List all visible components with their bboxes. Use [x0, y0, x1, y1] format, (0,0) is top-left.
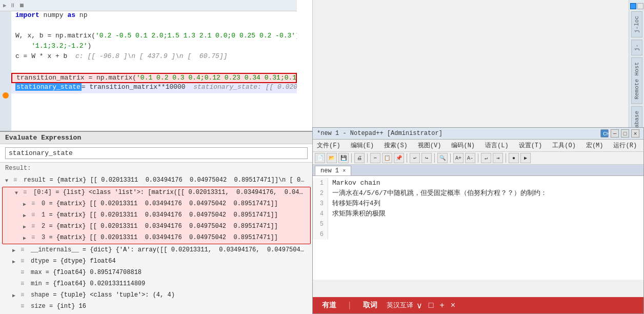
notepad-title-bar: *new 1 - Notepad++ [Administrator] CH ─ …	[313, 128, 643, 140]
eval-panel-title: Evaluate Expression	[0, 132, 313, 144]
tree-no-arrow	[12, 269, 19, 278]
menu-macro[interactable]: 宏(M)	[584, 141, 606, 150]
copy-icon-button[interactable]: □	[429, 301, 434, 310]
menu-file[interactable]: 文件(F)	[315, 141, 343, 150]
toolbar-redo[interactable]: ↪	[421, 153, 432, 163]
tree-icon: ≡	[21, 290, 29, 300]
tree-expand-arrow: ▶	[23, 211, 30, 221]
sidebar-tab-remote[interactable]: Remote Host	[631, 57, 642, 104]
toolbar-cut[interactable]: ✂	[370, 153, 380, 163]
toolbar-separator	[351, 153, 352, 163]
eval-expression-input[interactable]	[5, 147, 308, 159]
tree-icon: ≡	[21, 279, 29, 288]
notepad-tab-new1[interactable]: new 1 ×	[315, 166, 351, 175]
translate-dropdown-button[interactable]: ∨	[416, 301, 422, 310]
evaluate-expression-panel: Evaluate Expression Result: ▼ ≡ result =…	[0, 131, 313, 314]
toolbar-separator	[450, 153, 451, 163]
editor-line-4: 4 求矩阵乘积的极限	[313, 209, 643, 219]
notepad-title: *new 1 - Notepad++ [Administrator]	[317, 130, 442, 137]
tree-no-arrow	[12, 303, 19, 310]
toolbar-macro[interactable]: ●	[509, 153, 519, 163]
code-line	[11, 63, 297, 73]
toolbar-zoom-in[interactable]: A+	[453, 153, 464, 163]
toolbar-zoom-out[interactable]: A-	[465, 153, 475, 163]
menu-view[interactable]: 视图(V)	[416, 141, 444, 150]
sidebar-tab-j[interactable]: j-	[631, 40, 642, 55]
eval-result-tree: ▼ ≡ result = {matrix} [[ 0.02013311 0.03…	[0, 174, 313, 310]
tree-icon: ≡	[21, 302, 29, 310]
minimize-button[interactable]: ─	[611, 129, 619, 138]
tree-icon: ≡	[13, 175, 22, 185]
tree-list-node[interactable]: ▼ ≡ [0:4] = {list} <class 'list'>: [matr…	[3, 187, 310, 199]
tree-matrix-1[interactable]: ▶ ≡ 1 = {matrix} [[ 0.02013311 0.0349417…	[3, 210, 310, 221]
editor-line-5: 5	[313, 219, 643, 229]
toolbar-find[interactable]: 🔍	[437, 153, 448, 163]
tree-expand-arrow: ▶	[12, 246, 19, 256]
eval-result-label: Result:	[0, 163, 313, 174]
toolbar-copy[interactable]: 📋	[382, 153, 392, 163]
sidebar-tab-jloc[interactable]: j-loc	[631, 11, 642, 37]
ide-panel: ▶ ⏸ ⏹ import numpy as np W, x, b = np.ma…	[0, 0, 313, 314]
notepad-editor[interactable]: 1 Markov chain 2 一滴水在4/5/6/7中随机跳，但受固定概率（…	[313, 176, 643, 280]
tree-shape[interactable]: ▶ ≡ shape = {tuple} <class 'tuple'>: (4,…	[0, 290, 313, 301]
breakpoint-dot	[3, 92, 9, 99]
menu-tools[interactable]: 工具(O)	[550, 141, 578, 150]
toolbar-print[interactable]: 🖨	[354, 153, 365, 163]
notepad-translation-footer: 有道 │ 取词 英汉互译 ∨ □ + ×	[313, 297, 643, 313]
toolbar-paste[interactable]: 📌	[394, 153, 404, 163]
tab-close-icon[interactable]: ×	[343, 168, 346, 174]
toolbar-open[interactable]: 📂	[327, 153, 337, 163]
notepad-menubar: 文件(F) 编辑(E) 搜索(S) 视图(V) 编码(N) 语言(L) 设置(T…	[313, 140, 643, 152]
sidebar-indicator	[630, 3, 636, 9]
tree-internals[interactable]: ▶ ≡ __internals__ = {dict} {'A': array([…	[0, 245, 313, 256]
tree-max[interactable]: ≡ max = {float64} 0.895174708818	[0, 267, 313, 279]
tree-expand-arrow: ▶	[23, 223, 30, 232]
tree-min[interactable]: ≡ min = {float64} 0.0201331114809	[0, 279, 313, 290]
tree-icon: ≡	[21, 245, 29, 254]
menu-run[interactable]: 运行(R)	[611, 141, 639, 150]
maximize-button[interactable]: □	[621, 129, 629, 138]
tree-root[interactable]: ▼ ≡ result = {matrix} [[ 0.02013311 0.03…	[0, 175, 313, 186]
menu-language[interactable]: 语言(L)	[483, 141, 511, 150]
toolbar-run[interactable]: ▶	[520, 153, 531, 163]
menu-settings[interactable]: 设置(T)	[517, 141, 545, 150]
toolbar-separator	[407, 153, 407, 163]
toolbar-undo[interactable]: ↩	[410, 153, 420, 163]
close-button[interactable]: ×	[631, 129, 639, 138]
editor-line-3: 3 转移矩阵4行4列	[313, 199, 643, 209]
tree-icon: ≡	[21, 268, 29, 277]
menu-edit[interactable]: 编辑(E)	[349, 141, 376, 150]
code-line: import numpy as np	[11, 11, 297, 22]
tree-icon: ≡	[31, 199, 39, 208]
menu-search[interactable]: 搜索(S)	[382, 141, 410, 150]
tree-icon: ≡	[31, 222, 39, 231]
tree-expand-arrow: ▶	[12, 291, 19, 301]
tree-icon: ≡	[23, 188, 31, 197]
ide-topbar: ▶ ⏸ ⏹	[0, 0, 297, 11]
toolbar-indent[interactable]: ⇥	[493, 153, 503, 163]
toolbar-save[interactable]: 💾	[338, 153, 349, 163]
selected-code-line: stationary_state= transition_matrix**100…	[11, 83, 297, 93]
menu-encoding[interactable]: 编码(N)	[449, 141, 477, 150]
notepad-panel: *new 1 - Notepad++ [Administrator] CH ─ …	[312, 127, 644, 314]
pin-icon-button[interactable]: +	[439, 301, 444, 310]
close-translation-button[interactable]: ×	[451, 301, 455, 310]
tree-expand-arrow: ▶	[23, 234, 30, 243]
code-line	[11, 22, 297, 32]
highlighted-code-line: transition_matrix = np.matrix('0.1 0.2 0…	[11, 73, 297, 83]
youdao-button[interactable]: 有道	[319, 300, 339, 311]
tree-matrix-3[interactable]: ▶ ≡ 3 = {matrix} [[ 0.02013311 0.0349417…	[3, 232, 310, 244]
tree-icon: ≡	[31, 233, 39, 242]
toolbar-new[interactable]: 📄	[315, 153, 325, 163]
editor-line-1: 1 Markov chain	[313, 178, 643, 188]
tree-matrix-0[interactable]: ▶ ≡ 0 = {matrix} [[ 0.02013311 0.0349417…	[3, 199, 310, 210]
tree-dtype[interactable]: ▶ ≡ dtype = {dtype} float64	[0, 256, 313, 267]
word-capture-button[interactable]: 取词	[360, 300, 380, 311]
tree-icon: ≡	[21, 257, 29, 266]
toolbar-separator	[506, 153, 506, 163]
toolbar-wrap[interactable]: ↵	[481, 153, 491, 163]
notepad-tab-bar: new 1 ×	[313, 165, 643, 176]
code-line: W, x, b = np.matrix('0.2 -0.5 0.1 2.0;1.…	[11, 32, 297, 42]
tree-matrix-2[interactable]: ▶ ≡ 2 = {matrix} [[ 0.02013311 0.0349417…	[3, 221, 310, 232]
tree-size[interactable]: ≡ size = {int} 16	[0, 301, 313, 310]
